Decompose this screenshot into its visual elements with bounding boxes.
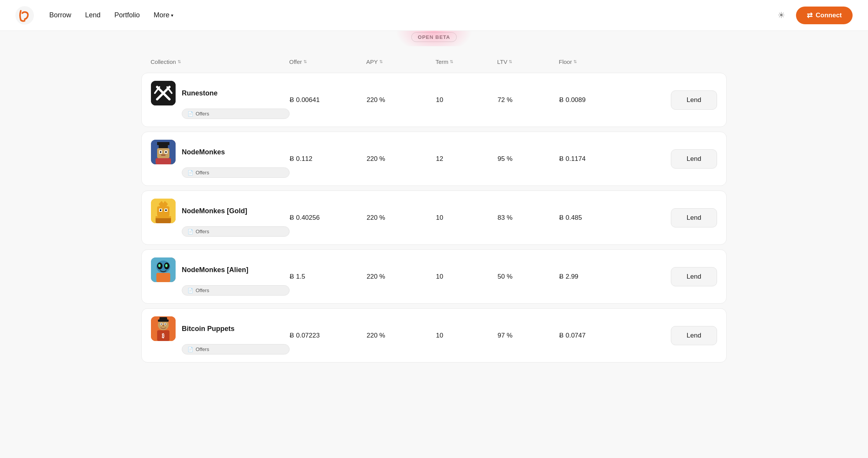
- apy-value: 220 %: [367, 214, 436, 222]
- collection-info: NodeMonkes [Alien] 📄 Offers: [151, 257, 290, 296]
- document-icon: 📄: [188, 229, 193, 234]
- col-header-ltv: LTV ⇅: [497, 59, 559, 65]
- svg-point-36: [161, 324, 162, 325]
- floor-value: Ƀ 0.485: [559, 214, 628, 222]
- sort-icon-ltv[interactable]: ⇅: [509, 59, 512, 64]
- collection-image-nodemonkes-gold: [151, 199, 176, 223]
- svg-point-29: [158, 264, 161, 267]
- col-header-offer: Offer ⇅: [289, 59, 366, 65]
- collection-top: Runestone: [151, 81, 290, 105]
- svg-point-37: [165, 324, 166, 325]
- apy-value: 220 %: [367, 332, 436, 339]
- collection-info: NodeMonkes 📄 Offers: [151, 140, 290, 178]
- col-header-apy: APY ⇅: [366, 59, 436, 65]
- ltv-value: 50 %: [498, 273, 559, 281]
- collection-name: NodeMonkes: [182, 148, 225, 156]
- document-icon: 📄: [188, 111, 193, 117]
- col-header-collection: Collection ⇅: [151, 59, 289, 65]
- svg-rect-31: [156, 273, 170, 282]
- apy-value: 220 %: [367, 155, 436, 163]
- sort-icon-floor[interactable]: ⇅: [573, 59, 577, 64]
- lend-button-nodemonkes[interactable]: Lend: [671, 149, 717, 169]
- term-value: 10: [436, 332, 498, 339]
- top-decoration: OPEN BETA: [0, 31, 868, 46]
- svg-rect-9: [157, 148, 169, 158]
- sort-icon-term[interactable]: ⇅: [450, 59, 453, 64]
- offer-value: Ƀ 0.00641: [290, 96, 367, 104]
- connect-button[interactable]: ⇄ Connect: [796, 7, 853, 24]
- collection-top: NodeMonkes: [151, 140, 290, 164]
- lend-button-bitcoin-puppets[interactable]: Lend: [671, 326, 717, 345]
- lend-button-nodemonkes-alien[interactable]: Lend: [671, 267, 717, 286]
- collection-name: NodeMonkes [Alien]: [182, 266, 248, 274]
- offers-button-nodemonkes-alien[interactable]: 📄 Offers: [182, 285, 290, 296]
- table-row: NodeMonkes 📄 Offers Ƀ 0.112 220 % 12 95 …: [141, 132, 727, 186]
- connect-icon: ⇄: [807, 11, 813, 20]
- svg-rect-24: [156, 216, 171, 218]
- col-header-term: Term ⇅: [436, 59, 497, 65]
- offer-value: Ƀ 0.112: [290, 155, 367, 163]
- offer-value: Ƀ 0.40256: [290, 214, 367, 222]
- collection-info: Runestone 📄 Offers: [151, 81, 290, 119]
- offers-button-nodemonkes[interactable]: 📄 Offers: [182, 167, 290, 178]
- ltv-value: 72 %: [498, 96, 559, 104]
- lend-button-runestone[interactable]: Lend: [671, 90, 717, 110]
- apy-value: 220 %: [367, 273, 436, 281]
- svg-point-38: [163, 325, 164, 326]
- offers-button-bitcoin-puppets[interactable]: 📄 Offers: [182, 344, 290, 354]
- term-value: 12: [436, 155, 498, 163]
- document-icon: 📄: [188, 347, 193, 352]
- floor-value: Ƀ 2.99: [559, 272, 628, 281]
- table-row: NodeMonkes [Gold] 📄 Offers Ƀ 0.40256 220…: [141, 191, 727, 245]
- term-value: 10: [436, 96, 498, 104]
- offers-button-nodemonkes-gold[interactable]: 📄 Offers: [182, 226, 290, 237]
- chevron-down-icon: ▾: [171, 13, 173, 18]
- svg-rect-13: [165, 151, 167, 153]
- collection-top: ₿ Bitcoin Puppets: [151, 316, 290, 341]
- lend-button-nodemonkes-gold[interactable]: Lend: [671, 208, 717, 227]
- sort-icon-offer[interactable]: ⇅: [303, 59, 307, 64]
- offers-button-runestone[interactable]: 📄 Offers: [182, 109, 290, 119]
- svg-rect-40: [159, 317, 167, 320]
- nav-borrow[interactable]: Borrow: [49, 11, 71, 19]
- svg-rect-8: [159, 144, 168, 148]
- term-value: 10: [436, 273, 498, 281]
- nav-portfolio[interactable]: Portfolio: [114, 11, 140, 19]
- logo[interactable]: [15, 6, 34, 25]
- nav-lend[interactable]: Lend: [85, 11, 101, 19]
- table-row: Runestone 📄 Offers Ƀ 0.00641 220 % 10 72…: [141, 73, 727, 127]
- collection-info: NodeMonkes [Gold] 📄 Offers: [151, 199, 290, 237]
- floor-value: Ƀ 0.0747: [559, 331, 628, 339]
- collection-image-nodemonkes-alien: [151, 257, 176, 282]
- nav-more[interactable]: More ▾: [154, 11, 173, 19]
- ltv-value: 95 %: [498, 155, 559, 163]
- collection-name: Runestone: [182, 89, 218, 97]
- col-header-floor: Floor ⇅: [559, 59, 628, 65]
- table-header: Collection ⇅ Offer ⇅ APY ⇅ Term ⇅ LTV ⇅ …: [141, 54, 727, 70]
- main-content: Collection ⇅ Offer ⇅ APY ⇅ Term ⇅ LTV ⇅ …: [126, 46, 742, 383]
- collection-image-runestone: [151, 81, 176, 105]
- header: Borrow Lend Portfolio More ▾ ☀ ⇄ Connect: [0, 0, 868, 31]
- sun-icon: ☀: [778, 10, 785, 20]
- document-icon: 📄: [188, 170, 193, 176]
- apy-value: 220 %: [367, 96, 436, 104]
- theme-toggle-button[interactable]: ☀: [774, 8, 788, 22]
- collection-name: NodeMonkes [Gold]: [182, 207, 247, 215]
- sort-icon-collection[interactable]: ⇅: [178, 59, 181, 64]
- collection-image-bitcoin-puppets: ₿: [151, 316, 176, 341]
- svg-text:₿: ₿: [162, 333, 164, 339]
- svg-rect-22: [165, 209, 167, 211]
- header-left: Borrow Lend Portfolio More ▾: [15, 6, 173, 25]
- offer-value: Ƀ 1.5: [290, 272, 367, 281]
- collection-top: NodeMonkes [Alien]: [151, 257, 290, 282]
- svg-rect-21: [160, 209, 161, 211]
- ltv-value: 83 %: [498, 214, 559, 222]
- floor-value: Ƀ 0.0089: [559, 96, 628, 104]
- document-icon: 📄: [188, 288, 193, 293]
- collection-info: ₿ Bitcoin Puppets 📄 Offers: [151, 316, 290, 354]
- sort-icon-apy[interactable]: ⇅: [379, 59, 383, 64]
- offer-value: Ƀ 0.07223: [290, 331, 367, 339]
- term-value: 10: [436, 214, 498, 222]
- floor-value: Ƀ 0.1174: [559, 155, 628, 163]
- svg-rect-18: [157, 206, 169, 216]
